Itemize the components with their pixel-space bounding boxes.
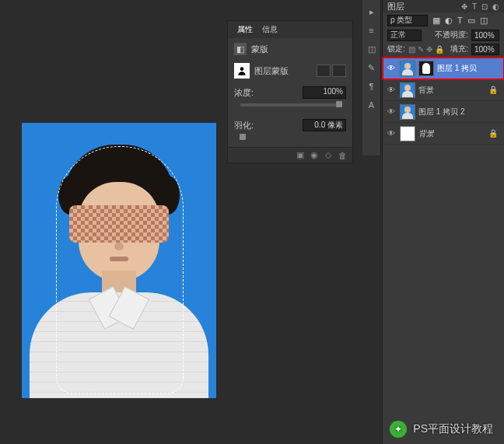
- move-tool-icon[interactable]: ✥: [461, 2, 467, 11]
- toggle-mask-icon[interactable]: ◉: [309, 150, 320, 161]
- blend-opacity-row: 正常 不透明度: 100%: [383, 28, 504, 42]
- visibility-toggle[interactable]: 👁: [386, 86, 397, 94]
- layers-panel: 图层 ✥ T ⊡ ◐ ρ 类型 ▦ ◐ T ▭ ◫ 正常 不透明度: 100% …: [382, 0, 504, 444]
- apply-mask-icon[interactable]: ▣: [295, 150, 306, 161]
- layer-name: 图层 1 拷贝: [437, 63, 477, 74]
- history-icon[interactable]: ≡: [366, 25, 377, 36]
- layer-name: 图层 1 拷贝 2: [418, 107, 464, 117]
- filter-icon-adjust[interactable]: ◐: [445, 16, 453, 26]
- layer-thumbnail[interactable]: [400, 104, 415, 120]
- lock-all-icon[interactable]: 🔒: [435, 45, 444, 54]
- delete-mask-icon[interactable]: 🗑: [337, 150, 348, 161]
- visibility-toggle[interactable]: 👁: [386, 107, 397, 116]
- layer-row[interactable]: 👁 图层 1 拷贝: [383, 58, 504, 79]
- svg-point-0: [240, 67, 244, 71]
- lock-paint-icon[interactable]: ✎: [418, 45, 424, 54]
- invert-mask-icon[interactable]: ◇: [323, 150, 334, 161]
- layers-title: 图层: [387, 1, 404, 12]
- lock-move-icon[interactable]: ✥: [426, 45, 432, 54]
- lock-fill-row: 锁定: ▨ ✎ ✥ 🔒 填充: 100%: [383, 42, 504, 56]
- watermark: ✦ PS平面设计教程: [390, 421, 493, 438]
- feather-row: 羽化: 0.0 像素: [228, 114, 352, 136]
- lock-icon[interactable]: 🔒: [488, 129, 498, 138]
- properties-tabs: 属性 信息: [228, 21, 352, 38]
- mask-type-label: 蒙版: [251, 44, 268, 55]
- path-tool-icon[interactable]: ⊡: [481, 2, 488, 11]
- properties-footer: ▣ ◉ ◇ 🗑: [228, 147, 352, 163]
- layer-row[interactable]: 👁 图层 1 拷贝 2: [383, 101, 504, 123]
- vector-mask-button[interactable]: [332, 65, 346, 77]
- opacity-label: 不透明度:: [435, 30, 468, 40]
- layer-mask-thumbnail[interactable]: [418, 61, 434, 76]
- layers-header: 图层 ✥ T ⊡ ◐: [383, 0, 504, 12]
- lock-label: 锁定:: [387, 44, 405, 54]
- portrait-nose: [114, 243, 124, 250]
- properties-panel: 属性 信息 ◧ 蒙版 图层蒙版 浓度: 100% 羽化: 0.0 像素: [227, 20, 353, 163]
- properties-type-row: ◧ 蒙版: [228, 38, 352, 60]
- pixel-mask-button[interactable]: [317, 65, 331, 77]
- dock-icon-1[interactable]: ▸: [366, 6, 377, 17]
- wechat-icon: ✦: [390, 421, 407, 438]
- shape-tool-icon[interactable]: ◐: [492, 2, 499, 11]
- mask-label: 图层蒙版: [254, 65, 289, 77]
- lock-transparent-icon[interactable]: ▨: [408, 45, 415, 54]
- filter-icon-smart[interactable]: ◫: [480, 16, 488, 26]
- blend-mode-select[interactable]: 正常: [387, 30, 422, 41]
- layer-list: 👁 图层 1 拷贝 👁 背景 🔒 👁 图层 1 拷贝 2 👁 背景 🔒: [383, 56, 504, 146]
- mask-thumb-row: 图层蒙版: [228, 60, 352, 82]
- watermark-text: PS平面设计教程: [413, 422, 493, 436]
- layer-name: 背景: [418, 85, 434, 96]
- type-filter-select[interactable]: ρ 类型: [387, 15, 428, 26]
- mask-thumbnail[interactable]: [234, 63, 250, 79]
- char-icon[interactable]: ¶: [366, 81, 377, 92]
- density-value[interactable]: 100%: [303, 86, 346, 99]
- portrait-mouth: [110, 257, 128, 261]
- type-tool-icon[interactable]: T: [472, 2, 477, 11]
- filter-icon-shape[interactable]: ▭: [467, 16, 475, 26]
- filter-icon-text[interactable]: T: [457, 16, 463, 25]
- layer-thumbnail[interactable]: [400, 126, 415, 142]
- fill-value[interactable]: 100%: [471, 44, 499, 55]
- vertical-dock: ▸ ≡ ◫ ✎ ¶ A: [362, 0, 381, 156]
- density-slider[interactable]: [240, 103, 340, 107]
- mask-type-icon: ◧: [234, 43, 247, 55]
- canvas[interactable]: [22, 123, 216, 398]
- feather-label: 羽化:: [234, 120, 254, 131]
- brush-icon[interactable]: ✎: [366, 62, 377, 73]
- portrait-mosaic-eyes: [69, 205, 169, 243]
- header-tool-icons: ✥ T ⊡ ◐: [461, 2, 499, 11]
- layer-row[interactable]: 👁 背景 🔒: [383, 79, 504, 101]
- tab-properties[interactable]: 属性: [233, 24, 257, 35]
- swatches-icon[interactable]: ◫: [366, 44, 377, 54]
- fill-label: 填充:: [450, 44, 468, 54]
- portrait-image: [37, 129, 201, 393]
- lock-icon[interactable]: 🔒: [488, 86, 498, 94]
- feather-value[interactable]: 0.0 像素: [303, 119, 346, 131]
- feather-slider[interactable]: [240, 136, 243, 139]
- density-label: 浓度:: [234, 87, 254, 99]
- paragraph-icon[interactable]: A: [366, 100, 377, 110]
- layers-filter-row: ρ 类型 ▦ ◐ T ▭ ◫: [383, 12, 504, 28]
- filter-icon-image[interactable]: ▦: [432, 16, 440, 26]
- visibility-toggle[interactable]: 👁: [386, 64, 397, 72]
- density-row: 浓度: 100%: [228, 82, 352, 103]
- tab-info[interactable]: 信息: [257, 24, 282, 35]
- opacity-value[interactable]: 100%: [471, 30, 499, 41]
- layer-thumbnail[interactable]: [400, 61, 415, 76]
- layer-name: 背景: [418, 128, 434, 139]
- app-workspace: 属性 信息 ◧ 蒙版 图层蒙版 浓度: 100% 羽化: 0.0 像素: [0, 0, 504, 444]
- layer-thumbnail[interactable]: [400, 82, 415, 98]
- visibility-toggle[interactable]: 👁: [386, 129, 397, 138]
- layer-row[interactable]: 👁 背景 🔒: [383, 123, 504, 145]
